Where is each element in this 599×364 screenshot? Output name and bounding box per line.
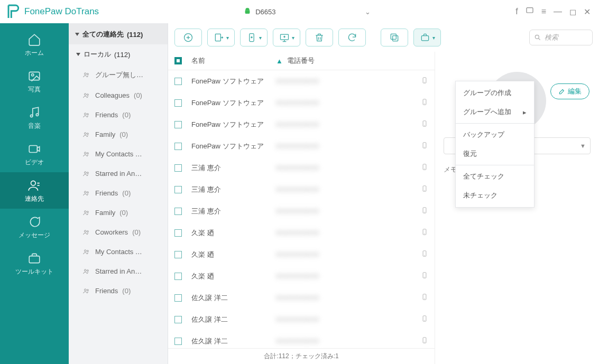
nav-toolkit[interactable]: ツールキット [0,245,69,282]
nav-music[interactable]: 音楽 [0,99,69,136]
group-name: Colleagues [95,91,130,99]
group-item[interactable]: Friends (0) [69,183,168,203]
contact-name: 佐久譲 洋二 [191,315,276,324]
groups-subheader[interactable]: ローカル (112) [69,44,168,64]
close-button[interactable]: ✕ [584,7,591,17]
row-checkbox[interactable] [174,143,182,150]
group-icon [81,92,91,99]
nav-home[interactable]: ホーム [0,26,69,63]
nav-messages[interactable]: メッセージ [0,209,69,245]
row-checkbox[interactable] [174,186,182,193]
to-device-button[interactable]: ▾ [240,29,268,46]
col-name[interactable]: 名前 [191,56,276,66]
contact-row[interactable]: 三浦 恵介0000000000 [168,200,435,222]
nav-contacts[interactable]: 連絡先 [0,172,69,209]
search-input[interactable]: 検索 [529,30,593,45]
dedupe-button[interactable] [381,29,408,46]
row-checkbox[interactable] [174,164,182,172]
export-button[interactable]: ▾ [207,29,235,46]
minimize-button[interactable]: — [554,7,562,16]
nav-label: ビデオ [25,158,44,167]
row-checkbox[interactable] [174,251,182,258]
menu-restore[interactable]: 復元 [456,144,534,163]
to-pc-button[interactable]: ▾ [273,29,300,46]
svg-point-3 [30,115,32,117]
contact-phone: 0000000000 [276,207,421,215]
group-name: My Contacts … [95,150,142,158]
add-button[interactable] [174,29,202,46]
svg-point-23 [87,211,88,212]
contact-row[interactable]: FonePaw ソフトウェア0000000000 [168,114,435,135]
contact-row[interactable]: 佐久譲 洋二0000000000 [168,287,435,309]
chevron-down-icon: ⌄ [365,8,371,16]
svg-point-27 [87,250,88,251]
contact-row[interactable]: FonePaw ソフトウェア0000000000 [168,70,435,92]
device-selector[interactable]: D6653 ⌄ [238,5,376,18]
group-item[interactable]: Family (0) [69,125,168,144]
maximize-button[interactable]: ◻ [569,7,576,17]
svg-rect-7 [29,256,40,263]
svg-rect-36 [391,34,396,39]
menu-icon[interactable]: ≡ [541,7,546,16]
submenu-arrow-icon: ▸ [523,108,527,116]
menu-uncheck[interactable]: 未チェック [456,186,534,205]
group-name: Family [95,209,115,217]
group-item[interactable]: Family (0) [69,203,168,222]
row-checkbox[interactable] [174,208,182,215]
row-checkbox[interactable] [174,99,182,107]
contact-row[interactable]: 佐久譲 洋二0000000000 [168,309,435,330]
menu-add-to-group[interactable]: グループへ追加▸ [456,102,534,122]
row-checkbox[interactable] [174,121,182,128]
group-item[interactable]: My Contacts … [69,242,168,262]
group-list: グループ無し … Colleagues (0)Friends (0)Family… [69,64,168,364]
row-checkbox[interactable] [174,294,182,302]
row-checkbox[interactable] [174,273,182,280]
group-item[interactable]: My Contacts … [69,144,168,164]
group-icon [81,71,91,79]
group-item[interactable]: Friends (0) [69,105,168,125]
svg-point-8 [85,73,87,75]
row-checkbox[interactable] [174,316,182,323]
row-checkbox[interactable] [174,229,182,237]
contact-row[interactable]: 三浦 恵介0000000000 [168,179,435,200]
phone-icon [421,292,428,303]
edit-button[interactable]: 編集 [550,83,589,99]
contact-row[interactable]: 久楽 廼0000000000 [168,222,435,244]
phone-icon [421,97,428,108]
refresh-button[interactable] [338,29,366,46]
contact-row[interactable]: FonePaw ソフトウェア0000000000 [168,92,435,114]
contact-name: 三浦 恵介 [191,185,276,194]
contact-name: 三浦 恵介 [191,163,276,173]
more-button[interactable]: ▾ [413,29,441,46]
row-checkbox[interactable] [174,78,182,85]
contact-row[interactable]: 久楽 廼0000000000 [168,244,435,265]
contact-row[interactable]: FonePaw ソフトウェア0000000000 [168,135,435,157]
group-item[interactable]: Friends (0) [69,281,168,301]
contact-row[interactable]: 三浦 恵介0000000000 [168,157,435,179]
group-count: (0) [119,130,128,138]
group-item[interactable]: Colleagues (0) [69,86,168,105]
menu-create-group[interactable]: グループの作成 [456,83,534,102]
feedback-icon[interactable] [526,6,534,17]
menu-backup[interactable]: バックアップ [456,125,534,144]
row-checkbox[interactable] [174,338,182,345]
contact-phone: 0000000000 [276,142,421,150]
select-all-checkbox[interactable] [174,57,182,64]
group-item[interactable]: Coworkers (0) [69,222,168,242]
nav-label: ホーム [25,49,44,58]
groups-header[interactable]: 全ての連絡先 (112) [69,23,168,44]
nav-label: 写真 [28,85,41,94]
group-item[interactable]: Starred in An… [69,262,168,281]
nav-photos[interactable]: 写真 [0,63,69,99]
nav-video[interactable]: ビデオ [0,136,69,172]
contact-row[interactable]: 久楽 廼0000000000 [168,265,435,287]
contact-name: 佐久譲 洋二 [191,293,276,303]
facebook-icon[interactable]: f [515,7,518,16]
contact-row[interactable]: 佐久譲 洋二0000000000 [168,330,435,348]
group-item[interactable]: グループ無し … [69,64,168,86]
menu-check-all[interactable]: 全てチェック [456,167,534,186]
delete-button[interactable] [306,29,333,46]
group-item[interactable]: Starred in An… [69,164,168,183]
col-phone[interactable]: 電話番号 [287,56,428,66]
svg-point-22 [85,210,87,212]
